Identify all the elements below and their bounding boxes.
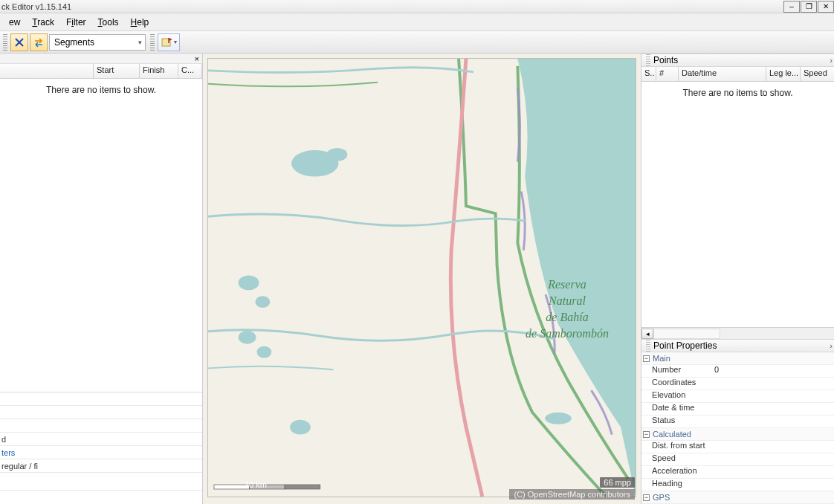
collapse-box-icon[interactable]: −	[643, 494, 650, 501]
map-scale-label: 10 km	[245, 480, 267, 489]
points-grip[interactable]	[646, 54, 650, 66]
points-col-s[interactable]: S..	[641, 67, 656, 81]
right-panel: Points › S.. # Date/time Leg le... Speed…	[641, 54, 834, 504]
hscroll-left-button[interactable]: ◂	[641, 329, 653, 339]
prop-elev-label: Elevation	[641, 390, 713, 402]
stub-head-3	[0, 419, 202, 433]
prop-datetime-value[interactable]	[713, 403, 834, 415]
toolbar-grip-2	[150, 34, 155, 51]
points-section-header: Points ›	[641, 54, 834, 67]
stub-last	[0, 491, 202, 504]
left-panel-close-icon[interactable]: ×	[195, 55, 199, 62]
left-bottom-panel: d ters regular / fi	[0, 392, 202, 504]
hscroll-track[interactable]	[653, 329, 720, 339]
menu-track[interactable]: Track	[26, 15, 60, 30]
segments-col-c[interactable]: C...	[178, 64, 202, 78]
collapse-box-icon[interactable]: −	[643, 431, 650, 438]
prop-coords-label: Coordinates	[641, 378, 713, 390]
prop-group-main-head[interactable]: − Main	[641, 352, 834, 365]
stub-head-2	[0, 406, 202, 419]
toolbar-grip	[3, 34, 7, 51]
segments-col-start[interactable]: Start	[94, 64, 140, 78]
stub-row-regular: regular / fi	[0, 459, 202, 473]
props-collapse-icon[interactable]: ›	[830, 341, 833, 350]
map-attribution: (C) OpenStreetMap contributors	[509, 489, 635, 500]
segments-dropdown-label: Segments	[54, 37, 94, 48]
map-flag-icon	[161, 37, 173, 48]
svg-point-8	[545, 413, 572, 424]
prop-status-label: Status	[641, 416, 713, 427]
prop-number-value[interactable]: 0	[713, 365, 834, 377]
map-mpp-badge: 66 mpp	[600, 477, 635, 488]
svg-point-4	[255, 296, 270, 308]
prop-number-label: Number	[641, 365, 713, 377]
points-col-datetime[interactable]: Date/time	[679, 67, 766, 81]
segments-col-blank[interactable]	[0, 64, 94, 78]
stub-row-ters[interactable]: ters	[0, 446, 202, 459]
maximize-button[interactable]: ❐	[801, 1, 817, 13]
svg-point-7	[290, 420, 311, 435]
stub-spacer	[0, 473, 202, 491]
blue-x-icon	[14, 37, 25, 48]
svg-point-6	[256, 346, 271, 358]
map-reserve-label: Reserva Natural de Bahía de Samborombón	[504, 277, 630, 342]
menu-view[interactable]: ew	[3, 15, 26, 30]
prop-group-calc: − Calculated Dist. from start Speed Acce…	[641, 428, 834, 491]
points-hscroll[interactable]: ◂	[641, 327, 834, 339]
stub-row-d: d	[0, 433, 202, 446]
left-panel-closebar: ×	[0, 54, 202, 64]
props-title: Point Properties	[653, 340, 717, 351]
points-empty-message: There are no items to show.	[641, 82, 834, 104]
segments-table-header: Start Finish C...	[0, 64, 202, 79]
map-panel[interactable]: Reserva Natural de Bahía de Samborombón …	[203, 54, 641, 504]
prop-group-calc-head[interactable]: − Calculated	[641, 428, 834, 441]
prop-group-gps: − GPS	[641, 491, 834, 504]
menu-tools[interactable]: Tools	[92, 15, 125, 30]
prop-group-gps-head[interactable]: − GPS	[641, 491, 834, 504]
menubar: ew Track Filter Tools Help	[0, 13, 834, 31]
tool-btn-1[interactable]	[10, 33, 28, 51]
points-col-leg[interactable]: Leg le...	[766, 67, 801, 81]
point-properties-header: Point Properties ›	[641, 339, 834, 352]
prop-speed-value[interactable]	[713, 453, 834, 465]
toolbar: Segments ▾	[0, 31, 834, 54]
titlebar: ck Editor v1.15.141 – ❐ ✕	[0, 0, 834, 13]
minimize-button[interactable]: –	[783, 1, 800, 13]
prop-heading-value[interactable]	[713, 479, 834, 491]
window-title: ck Editor v1.15.141	[1, 2, 783, 11]
prop-status-value[interactable]	[713, 416, 834, 427]
prop-datetime-label: Date & time	[641, 403, 713, 415]
points-collapse-icon[interactable]: ›	[830, 56, 833, 65]
close-button[interactable]: ✕	[818, 1, 834, 13]
segments-empty-message: There are no items to show.	[0, 79, 202, 101]
prop-coords-value[interactable]	[713, 378, 834, 390]
left-panel: × Start Finish C... There are no items t…	[0, 54, 203, 504]
tool-btn-map[interactable]: ▾	[158, 33, 180, 51]
prop-dist-value[interactable]	[713, 441, 834, 453]
segments-dropdown[interactable]: Segments	[49, 34, 146, 51]
points-col-num[interactable]: #	[656, 67, 679, 81]
prop-dist-label: Dist. from start	[641, 441, 713, 453]
svg-point-5	[239, 331, 256, 344]
stub-head-1	[0, 392, 202, 406]
svg-point-3	[239, 275, 259, 290]
prop-group-main: − Main Number0 Coordinates Elevation Dat…	[641, 352, 834, 428]
tool-btn-2[interactable]	[30, 33, 48, 51]
menu-filter[interactable]: Filter	[60, 15, 92, 30]
prop-heading-label: Heading	[641, 479, 713, 491]
points-col-speed[interactable]: Speed	[801, 67, 834, 81]
svg-rect-11	[285, 485, 320, 489]
points-title: Points	[653, 55, 678, 65]
swap-arrows-icon	[33, 37, 44, 48]
props-grip[interactable]	[646, 340, 650, 352]
segments-col-finish[interactable]: Finish	[140, 64, 178, 78]
svg-point-2	[327, 148, 348, 161]
collapse-box-icon[interactable]: −	[643, 355, 650, 362]
prop-accel-label: Acceleration	[641, 466, 713, 478]
menu-help[interactable]: Help	[125, 15, 155, 30]
prop-accel-value[interactable]	[713, 466, 834, 478]
prop-elev-value[interactable]	[713, 390, 834, 402]
points-table-header: S.. # Date/time Leg le... Speed	[641, 67, 834, 82]
prop-speed-label: Speed	[641, 453, 713, 465]
